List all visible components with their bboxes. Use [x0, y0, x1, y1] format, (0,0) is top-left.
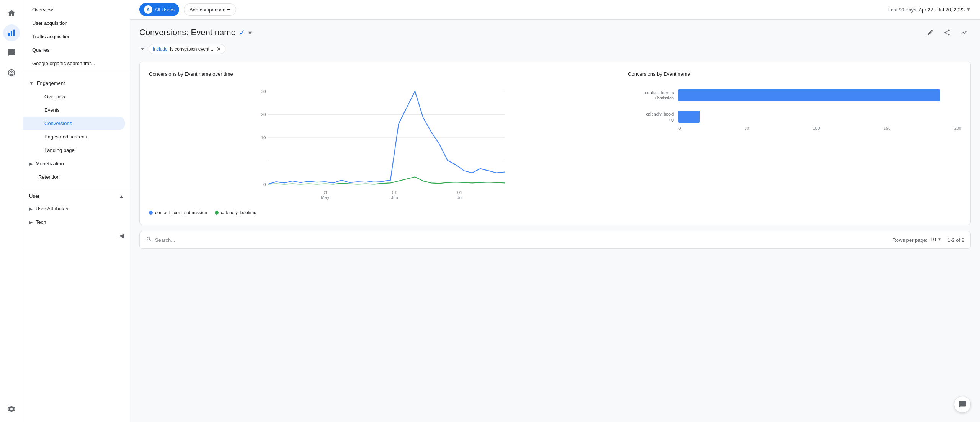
sidebar-item-events[interactable]: Events — [23, 103, 125, 117]
search-icon — [146, 236, 152, 244]
check-icon: ✓ — [239, 28, 245, 37]
sidebar-tech-header[interactable]: ▶ Tech — [23, 215, 130, 229]
home-icon[interactable] — [3, 5, 20, 21]
bar-fill-contact — [678, 89, 940, 101]
bar-fill-calendly — [678, 111, 699, 123]
bar-chart-section: Conversions by Event name contact_form_s… — [628, 71, 961, 215]
sidebar-item-google-organic[interactable]: Google organic search traf... — [23, 57, 125, 70]
line-chart-section: Conversions by Event name over time 30 2… — [149, 71, 616, 215]
svg-text:20: 20 — [261, 112, 266, 117]
search-field: Search... — [146, 236, 175, 244]
chevron-right-icon-2: ▶ — [29, 206, 33, 212]
date-range: Last 90 days Apr 22 - Jul 20, 2023 ▼ — [888, 7, 971, 13]
plus-icon: + — [227, 6, 230, 13]
bar-row-contact: contact_form_submission — [628, 89, 961, 101]
main-content: A All Users Add comparison + Last 90 day… — [130, 0, 980, 422]
legend-contact-form: contact_form_submission — [149, 210, 207, 215]
chart-container: Conversions by Event name over time 30 2… — [149, 71, 961, 215]
svg-text:01: 01 — [457, 190, 462, 195]
bar-chart-area: contact_form_submission calendly_booking — [628, 83, 961, 123]
icon-rail — [0, 0, 23, 422]
chevron-down-icon: ▼ — [29, 81, 34, 86]
bar-axis: 0 50 100 150 200 — [628, 126, 961, 130]
filter-close-icon[interactable]: ✕ — [217, 46, 221, 52]
sidebar-item-pages-screens[interactable]: Pages and screens — [23, 130, 125, 143]
sidebar-monetization-header[interactable]: ▶ Monetization — [23, 157, 130, 170]
svg-text:Jul: Jul — [457, 195, 463, 200]
edit-report-button[interactable] — [923, 26, 937, 39]
legend-calendly: calendly_booking — [215, 210, 256, 215]
sidebar-divider-1 — [23, 73, 130, 73]
sidebar-collapse-button[interactable]: ◀ — [119, 232, 124, 239]
svg-text:10: 10 — [261, 135, 266, 140]
chevron-up-icon[interactable]: ▲ — [119, 194, 124, 199]
sidebar-item-overview[interactable]: Overview — [23, 3, 125, 16]
add-comparison-button[interactable]: Add comparison + — [184, 3, 236, 16]
table-bar: Search... Rows per page: 10 ▼ 1-2 of 2 — [139, 231, 971, 249]
bar-label-contact: contact_form_submission — [628, 90, 674, 101]
legend-dot-green — [215, 211, 219, 215]
bar-chart-title: Conversions by Event name — [628, 71, 961, 77]
sidebar-item-engagement-overview[interactable]: Overview — [23, 90, 125, 103]
page-title-row: Conversions: Event name ✓ ▾ — [139, 26, 971, 39]
bar-label-calendly: calendly_booking — [628, 111, 674, 122]
rows-per-page-label: Rows per page: — [892, 237, 927, 243]
sidebar-item-landing-page[interactable]: Landing page — [23, 143, 125, 157]
filter-icon — [139, 45, 145, 53]
sidebar-user-attributes-header[interactable]: ▶ User Attributes — [23, 202, 130, 215]
page-info: 1-2 of 2 — [947, 237, 964, 243]
avatar: A — [144, 5, 152, 14]
sidebar-item-user-acquisition[interactable]: User acquisition — [23, 16, 125, 30]
svg-text:Jun: Jun — [391, 195, 398, 200]
svg-rect-0 — [8, 33, 10, 36]
bar-track-calendly — [678, 111, 961, 123]
chevron-down-icon-date: ▼ — [966, 7, 971, 12]
filter-row: Include Is conversion event ... ✕ — [139, 44, 971, 54]
chevron-right-icon-3: ▶ — [29, 220, 33, 225]
analytics-icon[interactable] — [3, 24, 20, 41]
settings-icon[interactable] — [3, 401, 20, 417]
chart-card: Conversions by Event name over time 30 2… — [139, 62, 971, 225]
line-chart-area: 30 20 10 0 01 May 01 Jun 01 Jul — [149, 83, 616, 205]
sidebar: Overview User acquisition Traffic acquis… — [23, 0, 130, 422]
svg-text:01: 01 — [392, 190, 397, 195]
chat-icon[interactable] — [3, 44, 20, 61]
svg-text:May: May — [321, 195, 329, 200]
header-bar: A All Users Add comparison + Last 90 day… — [130, 0, 980, 20]
svg-rect-2 — [13, 30, 15, 36]
page-title: Conversions: Event name ✓ ▾ — [139, 28, 252, 37]
svg-text:30: 30 — [261, 89, 266, 94]
sidebar-item-queries[interactable]: Queries — [23, 43, 125, 57]
line-chart-svg: 30 20 10 0 01 May 01 Jun 01 Jul — [149, 83, 616, 205]
sidebar-item-conversions[interactable]: Conversions — [23, 117, 125, 130]
legend-dot-blue — [149, 211, 153, 215]
line-chart-title: Conversions by Event name over time — [149, 71, 616, 77]
sidebar-divider-2 — [23, 187, 130, 187]
share-button[interactable] — [940, 26, 954, 39]
date-range-dropdown[interactable]: Apr 22 - Jul 20, 2023 ▼ — [918, 7, 971, 13]
page-content: Conversions: Event name ✓ ▾ — [130, 20, 980, 422]
rows-per-page-select[interactable]: 10 ▼ — [931, 236, 941, 243]
bar-track-contact — [678, 89, 961, 101]
user-segment-pill[interactable]: A All Users — [139, 3, 179, 16]
chat-support-button[interactable] — [954, 396, 971, 413]
pagination-section: Rows per page: 10 ▼ 1-2 of 2 — [892, 236, 964, 243]
title-dropdown-icon[interactable]: ▾ — [248, 29, 252, 36]
insights-button[interactable] — [957, 26, 971, 39]
sidebar-engagement-header[interactable]: ▼ Engagement — [23, 77, 130, 90]
svg-rect-1 — [11, 31, 12, 36]
chart-legend: contact_form_submission calendly_booking — [149, 210, 616, 215]
chevron-down-rows: ▼ — [938, 237, 941, 241]
filter-chip[interactable]: Include Is conversion event ... ✕ — [149, 44, 225, 54]
sidebar-item-retention[interactable]: Retention — [23, 170, 125, 184]
sidebar-user-section: User ▲ — [23, 190, 130, 202]
svg-point-5 — [11, 72, 12, 73]
page-actions — [923, 26, 971, 39]
target-icon[interactable] — [3, 64, 20, 81]
bar-row-calendly: calendly_booking — [628, 111, 961, 123]
sidebar-item-traffic-acquisition[interactable]: Traffic acquisition — [23, 30, 125, 43]
svg-text:0: 0 — [263, 182, 266, 187]
chevron-right-icon: ▶ — [29, 161, 33, 166]
svg-text:01: 01 — [323, 190, 328, 195]
